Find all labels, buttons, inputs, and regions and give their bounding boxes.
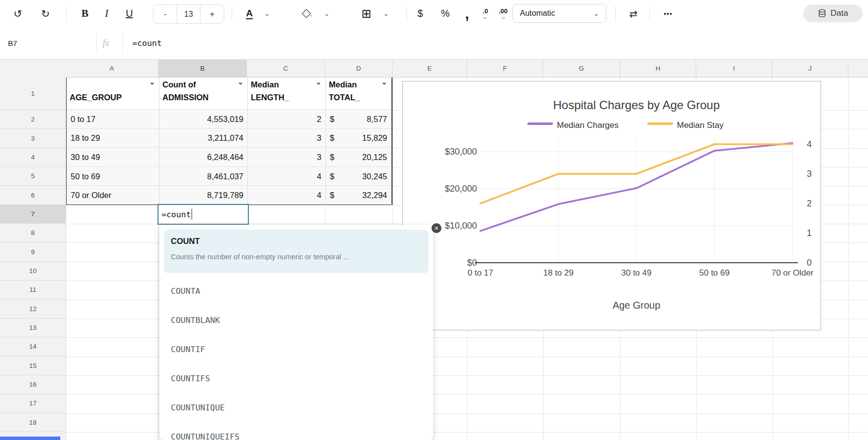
- column-header-D[interactable]: D: [325, 60, 393, 77]
- more-options-button[interactable]: •••: [660, 0, 676, 27]
- row-header-17[interactable]: 17: [0, 394, 66, 413]
- bold-button[interactable]: B: [78, 0, 92, 27]
- percent-format-button[interactable]: %: [438, 0, 452, 27]
- row-header-10[interactable]: 10: [0, 262, 66, 280]
- table-cell[interactable]: 4,553,019: [159, 110, 248, 129]
- formula-autocomplete-dropdown: COUNT Counts the number of non-empty num…: [159, 225, 433, 440]
- spreadsheet-app: ↺ ↻ B I U - 13 + A ⌄ . ⌄ ⊞ ⌄ $ % , .0← .…: [0, 0, 868, 440]
- column-header-E[interactable]: E: [393, 60, 467, 77]
- row-header-18[interactable]: 18: [0, 413, 66, 432]
- row-header-5[interactable]: 5: [0, 167, 66, 186]
- row-header-9[interactable]: 9: [0, 242, 66, 261]
- table-cell[interactable]: 3,211,074: [159, 129, 248, 148]
- number-format-select[interactable]: Automatic ⌄: [513, 4, 606, 23]
- autocomplete-item[interactable]: COUNTUNIQUE: [159, 393, 433, 422]
- table-cell[interactable]: $8,577: [326, 110, 392, 129]
- column-menu-chevron-icon[interactable]: ⌄: [316, 78, 321, 86]
- text-color-icon[interactable]: A: [243, 0, 256, 27]
- column-header-H[interactable]: H: [620, 60, 696, 77]
- table-cell[interactable]: 8,461,037: [159, 167, 248, 186]
- increase-decimal-button[interactable]: .00→: [495, 0, 512, 27]
- table-cell[interactable]: 50 to 69: [67, 167, 159, 186]
- row-header-8[interactable]: 8: [0, 224, 66, 242]
- table-cell[interactable]: 3: [248, 129, 326, 148]
- row-header-3[interactable]: 3: [0, 129, 66, 148]
- table-cell[interactable]: 8,719,789: [159, 186, 248, 205]
- formula-input[interactable]: =count: [132, 27, 162, 59]
- row-header-15[interactable]: 15: [0, 357, 66, 375]
- row-header-6[interactable]: 6: [0, 186, 66, 204]
- autocomplete-item[interactable]: COUNTUNIQUEIFS: [159, 422, 433, 440]
- font-size-increase-button[interactable]: +: [200, 5, 224, 23]
- row-header-16[interactable]: 16: [0, 375, 66, 394]
- column-header-J[interactable]: J: [772, 60, 848, 77]
- function-name: COUNT: [171, 237, 200, 246]
- table-cell[interactable]: 4: [248, 167, 326, 186]
- redo-icon[interactable]: ↻: [39, 0, 52, 27]
- row-header-4[interactable]: 4: [0, 148, 66, 167]
- italic-button[interactable]: I: [100, 0, 114, 27]
- column-header-F[interactable]: F: [467, 60, 543, 77]
- row-header-11[interactable]: 11: [0, 280, 66, 299]
- text-color-chevron-icon[interactable]: ⌄: [262, 0, 272, 27]
- row-header-14[interactable]: 14: [0, 337, 66, 356]
- decrease-decimal-button[interactable]: .0←: [478, 0, 493, 27]
- borders-icon[interactable]: ⊞: [359, 0, 373, 27]
- table-column-header[interactable]: Count of ADMISSION ⌄: [159, 76, 248, 109]
- table-column-header[interactable]: AGE_GROUP ⌄: [67, 76, 159, 109]
- row-header-13[interactable]: 13: [0, 319, 66, 337]
- autocomplete-item[interactable]: COUNTIF: [159, 335, 433, 364]
- autocomplete-item[interactable]: COUNTBLANK: [159, 306, 433, 335]
- column-header-G[interactable]: G: [543, 60, 620, 77]
- row-header-7[interactable]: 7: [0, 205, 66, 224]
- table-cell[interactable]: 0 to 17: [67, 110, 159, 129]
- table-cell[interactable]: $20,125: [326, 148, 392, 167]
- arrow-right-icon: →: [500, 14, 506, 20]
- table-cell[interactable]: $32,294: [326, 186, 392, 205]
- fill-color-icon[interactable]: .: [301, 0, 314, 27]
- chart-panel[interactable]: Hospital Charges by Age GroupMedian Char…: [402, 81, 821, 330]
- fill-color-chevron-icon[interactable]: ⌄: [322, 0, 332, 27]
- column-header-I[interactable]: I: [696, 60, 772, 77]
- table-column-header[interactable]: Median TOTAL_ ⌄: [326, 76, 392, 109]
- column-menu-chevron-icon[interactable]: ⌄: [149, 78, 155, 86]
- row-header-2[interactable]: 2: [0, 110, 66, 129]
- column-header-A[interactable]: A: [66, 60, 158, 77]
- data-table[interactable]: AGE_GROUP ⌄Count of ADMISSION ⌄Median LE…: [66, 75, 393, 205]
- table-cell[interactable]: $15,829: [326, 129, 392, 148]
- table-cell[interactable]: 70 or Older: [67, 186, 159, 205]
- table-cell[interactable]: $30,245: [326, 167, 392, 186]
- cell-reference[interactable]: B7: [8, 27, 17, 59]
- table-cell[interactable]: 2: [248, 110, 326, 129]
- swap-arrows-icon[interactable]: ⇄: [626, 0, 641, 27]
- table-cell[interactable]: 6,248,464: [159, 148, 248, 167]
- text-cursor: [192, 209, 193, 220]
- row-header-1[interactable]: 1: [0, 77, 66, 110]
- table-column-header[interactable]: Median LENGTH_ ⌄: [248, 76, 326, 109]
- borders-chevron-icon[interactable]: ⌄: [381, 0, 391, 27]
- font-size-value[interactable]: 13: [177, 5, 201, 23]
- table-cell[interactable]: 4: [248, 186, 326, 205]
- table-cell[interactable]: 30 to 49: [67, 148, 159, 167]
- row-header-12[interactable]: 12: [0, 300, 66, 319]
- column-header-C[interactable]: C: [247, 60, 325, 77]
- font-size-decrease-button[interactable]: -: [154, 5, 177, 23]
- data-button[interactable]: Data: [803, 4, 863, 22]
- autocomplete-selected-item[interactable]: COUNT Counts the number of non-empty num…: [164, 230, 429, 273]
- underline-button[interactable]: U: [122, 0, 136, 27]
- formula-bar: B7 fx =count: [0, 27, 868, 60]
- currency-format-button[interactable]: $: [414, 0, 427, 27]
- column-menu-chevron-icon[interactable]: ⌄: [237, 78, 243, 86]
- table-cell[interactable]: 18 to 29: [67, 129, 159, 148]
- scrollbar-thumb[interactable]: [0, 437, 60, 440]
- autocomplete-item[interactable]: COUNTIFS: [159, 364, 433, 393]
- column-menu-chevron-icon[interactable]: ⌄: [381, 78, 387, 86]
- svg-text:4: 4: [807, 139, 812, 149]
- toolbar-divider: [615, 6, 616, 21]
- cell-editor[interactable]: =count: [158, 204, 249, 225]
- table-cell[interactable]: 3: [248, 148, 326, 167]
- column-header-B[interactable]: B: [158, 60, 247, 77]
- autocomplete-item[interactable]: COUNTA: [159, 277, 433, 306]
- close-icon[interactable]: ✕: [432, 223, 441, 233]
- undo-icon[interactable]: ↺: [11, 0, 25, 27]
